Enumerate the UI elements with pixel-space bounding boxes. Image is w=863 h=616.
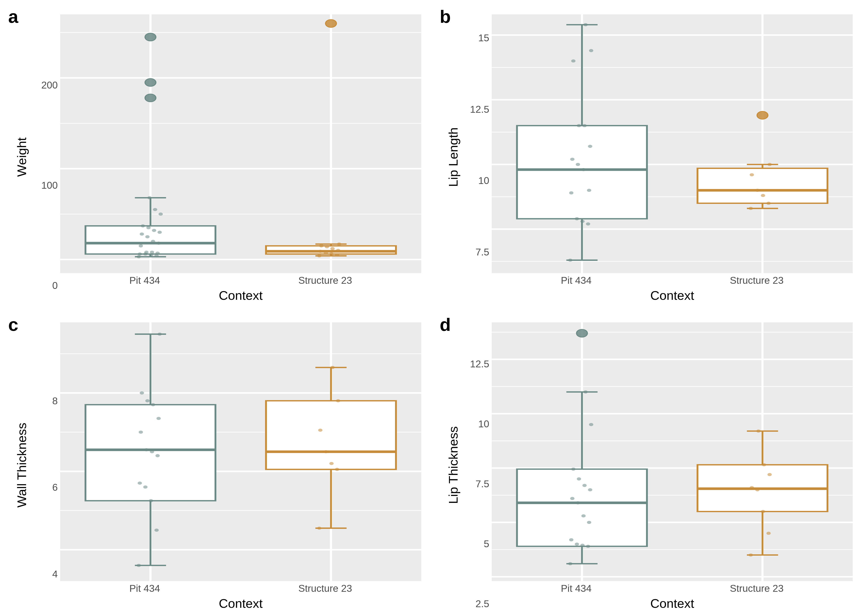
box	[517, 469, 647, 546]
x-axis-title: Context	[219, 596, 263, 611]
y-tick-label: 2.5	[476, 598, 489, 610]
plot-col: Pit 434Structure 23Context	[492, 322, 853, 608]
jitter-point	[144, 251, 148, 254]
y-tick-label: 0	[52, 280, 58, 291]
x-tick-label: Structure 23	[730, 583, 783, 594]
jitter-point	[319, 244, 323, 247]
x-tick-label: Structure 23	[298, 583, 352, 594]
plot-wrap: Weight0100200Pit 434Structure 23Context	[12, 14, 421, 300]
jitter-point	[761, 194, 765, 197]
jitter-point	[750, 486, 754, 489]
jitter-point	[569, 538, 573, 541]
panel-a: aWeight0100200Pit 434Structure 23Context	[0, 0, 432, 308]
jitter-point	[139, 244, 143, 247]
y-tick-label: 4	[52, 568, 58, 580]
jitter-point	[575, 542, 579, 545]
y-tick-label: 7.5	[476, 478, 489, 490]
y-tick-labels: 7.51012.515	[463, 14, 492, 300]
y-axis-title: Weight	[12, 14, 31, 300]
jitter-point	[150, 251, 154, 254]
y-tick-label: 5	[484, 538, 489, 550]
jitter-point	[144, 448, 148, 451]
box	[698, 168, 827, 203]
jitter-point	[568, 259, 572, 262]
jitter-point	[155, 454, 160, 457]
outlier-point	[326, 19, 336, 27]
y-tick-labels: 468	[31, 322, 60, 608]
jitter-point	[153, 208, 157, 211]
plot-svg	[492, 322, 853, 581]
x-tick-label: Pit 434	[129, 583, 160, 594]
x-tick-label: Pit 434	[561, 583, 592, 594]
x-axis-row: Pit 434Structure 23Context	[60, 581, 421, 608]
y-tick-label: 12.5	[470, 104, 489, 115]
jitter-point	[137, 255, 141, 258]
jitter-point	[155, 251, 160, 255]
jitter-point	[767, 163, 772, 166]
y-tick-label: 7.5	[476, 247, 489, 258]
plot-col: Pit 434Structure 23Context	[492, 14, 853, 300]
jitter-point	[586, 222, 590, 225]
jitter-point	[582, 124, 587, 127]
jitter-point	[141, 225, 145, 228]
y-tick-label: 12.5	[470, 358, 489, 369]
jitter-point	[137, 564, 141, 567]
jitter-point	[151, 240, 155, 243]
jitter-point	[580, 220, 584, 223]
jitter-point	[140, 391, 144, 394]
plot-svg	[60, 322, 421, 581]
jitter-point	[577, 478, 581, 481]
x-tick-label: Pit 434	[129, 275, 160, 286]
jitter-point	[138, 481, 142, 485]
jitter-point	[581, 168, 586, 171]
jitter-point	[570, 158, 575, 161]
jitter-point	[152, 229, 156, 232]
y-axis-title: Wall Thickness	[12, 322, 31, 608]
jitter-point	[143, 486, 148, 489]
y-tick-label: 15	[478, 32, 489, 44]
y-axis-title: Lip Length	[444, 14, 463, 300]
jitter-point	[570, 497, 575, 500]
jitter-point	[335, 468, 339, 471]
jitter-point	[571, 468, 576, 471]
jitter-point	[336, 249, 340, 252]
jitter-point	[755, 189, 760, 192]
plot-area	[60, 322, 421, 581]
jitter-point	[761, 510, 765, 513]
x-tick-labels: Pit 434Structure 23	[492, 583, 853, 594]
jitter-point	[317, 254, 321, 257]
x-tick-label: Structure 23	[298, 275, 352, 286]
x-axis-title: Context	[219, 288, 263, 303]
jitter-point	[576, 163, 580, 166]
jitter-point	[748, 207, 753, 210]
jitter-point	[157, 231, 162, 234]
jitter-point	[139, 431, 143, 434]
box	[85, 226, 216, 254]
panel-b: bLip Length7.51012.515Pit 434Structure 2…	[432, 0, 863, 308]
jitter-point	[149, 253, 153, 256]
y-tick-label: 8	[52, 395, 58, 407]
jitter-point	[762, 463, 766, 466]
jitter-point	[755, 488, 760, 491]
jitter-point	[580, 544, 584, 547]
plot-svg	[492, 14, 853, 273]
plot-wrap: Lip Thickness2.557.51012.5Pit 434Structu…	[444, 322, 853, 608]
jitter-point	[569, 192, 573, 195]
jitter-point	[318, 250, 323, 253]
jitter-point	[156, 417, 161, 420]
jitter-point	[577, 124, 581, 127]
jitter-point	[589, 423, 593, 426]
jitter-point	[138, 253, 142, 256]
jitter-point	[568, 562, 572, 565]
jitter-point	[147, 196, 152, 199]
plot-area	[492, 322, 853, 581]
jitter-point	[767, 473, 772, 476]
plot-wrap: Wall Thickness468Pit 434Structure 23Cont…	[12, 322, 421, 608]
box	[517, 126, 647, 219]
plot-area	[492, 14, 853, 273]
jitter-point	[583, 390, 587, 393]
y-tick-label: 200	[41, 79, 58, 91]
jitter-point	[140, 233, 144, 236]
y-axis-title: Lip Thickness	[444, 322, 463, 608]
jitter-point	[331, 366, 335, 369]
